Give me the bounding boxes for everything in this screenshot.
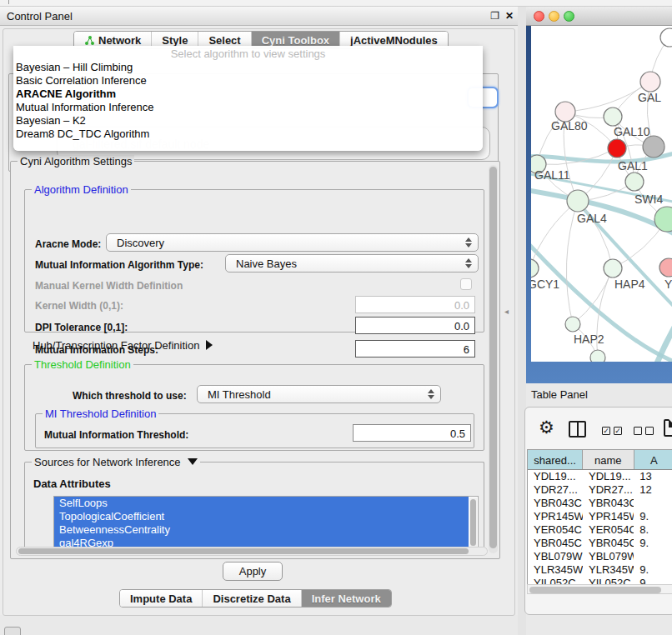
tab-infer-network[interactable]: Infer Network	[302, 590, 391, 607]
network-node-label: GAL	[638, 91, 661, 104]
minimized-panel-icon[interactable]	[4, 627, 21, 635]
cyni-bottom-tabs: Impute Data Discretize Data Infer Networ…	[119, 589, 392, 608]
network-node-label: GAL10	[614, 125, 650, 138]
network-node[interactable]	[531, 259, 539, 278]
checked-checkbox-icon[interactable]: ✓	[602, 427, 610, 435]
kernel-width-field[interactable]: 0.0	[355, 296, 475, 313]
network-node[interactable]	[659, 258, 672, 277]
table-header: shared... name A	[528, 450, 672, 470]
dropdown-item[interactable]: Basic Correlation Inference	[13, 74, 483, 88]
attribute-item-selected[interactable]: TopologicalCoefficient	[54, 510, 469, 523]
table-row[interactable]: YLR345WYLR345W9.	[528, 563, 672, 577]
document-icon[interactable]	[664, 419, 672, 437]
table-row[interactable]: YDR27...YDR27...12	[528, 483, 672, 497]
kernel-width-label: Kernel Width (0,1):	[35, 300, 123, 312]
which-threshold-combo[interactable]: MI Threshold	[197, 385, 441, 403]
splitter-grip-icon[interactable]: ◂	[504, 307, 509, 316]
table-h-scrollbar[interactable]	[527, 584, 672, 594]
column-header-shared-name[interactable]: shared...	[528, 450, 583, 469]
table-row[interactable]: YER054CYER054C8.	[528, 523, 672, 537]
unchecked-checkbox-icon[interactable]	[645, 427, 654, 435]
mi-algorithm-type-combo[interactable]: Naive Bayes	[225, 254, 479, 272]
threshold-definition-group: Threshold Definition Which threshold to …	[24, 364, 484, 451]
cyni-settings-group: Cyni Algorithm Settings Algorithm Defini…	[10, 161, 500, 559]
aracne-mode-combo[interactable]: Discovery	[106, 233, 479, 252]
network-node[interactable]	[604, 108, 622, 126]
network-node[interactable]	[654, 207, 672, 232]
table-cell: YBR043C	[528, 497, 583, 510]
tab-impute-data[interactable]: Impute Data	[120, 590, 203, 607]
table-cell: YBL079W	[528, 550, 583, 563]
column-header-name[interactable]: name	[583, 450, 634, 469]
settings-h-scrollbar[interactable]	[16, 547, 488, 556]
mi-threshold-label: Mutual Information Threshold:	[44, 429, 188, 441]
checked-checkbox-icon[interactable]: ✓	[614, 427, 622, 435]
split-columns-icon[interactable]	[569, 421, 586, 438]
mi-steps-field[interactable]: 6	[355, 340, 475, 358]
attribute-item-selected[interactable]: SelfLoops	[54, 497, 469, 510]
unchecked-checkbox-icon[interactable]	[634, 427, 642, 435]
network-node[interactable]	[604, 259, 622, 278]
table-cell: 8.	[634, 523, 672, 537]
settings-group-title: Cyni Algorithm Settings	[18, 155, 134, 168]
close-panel-icon[interactable]: ✕	[505, 10, 514, 22]
mi-threshold-field[interactable]: 0.5	[353, 424, 471, 442]
table-cell: YBR045C	[583, 537, 634, 550]
which-threshold-label: Which threshold to use:	[73, 390, 187, 402]
control-panel-header: Control Panel ❐ ✕	[0, 7, 518, 26]
network-node[interactable]	[590, 350, 605, 362]
attribute-item-selected[interactable]: BetweennessCentrality	[54, 523, 469, 537]
gear-icon[interactable]: ⚙	[539, 419, 554, 436]
expanded-arrow-icon	[188, 458, 198, 465]
network-node-label: SWI4	[634, 192, 663, 206]
table-row[interactable]: YPR145WYPR145W9.	[528, 510, 672, 523]
dropdown-item[interactable]: Dream8 DC_TDC Algorithm	[13, 128, 483, 141]
table-row[interactable]: YBR045CYBR045C9.	[528, 537, 672, 550]
collapsed-arrow-icon	[206, 340, 213, 350]
table-cell: YDR27...	[583, 483, 634, 497]
table-cell: YLR345W	[528, 563, 583, 577]
tab-discretize-data[interactable]: Discretize Data	[203, 590, 301, 607]
dpi-tolerance-field[interactable]: 0.0	[355, 317, 475, 334]
manual-kernel-checkbox[interactable]	[460, 278, 472, 290]
column-header-partial[interactable]: A	[634, 450, 672, 469]
network-node[interactable]	[640, 72, 660, 92]
network-graph: GALGAL80GAL10GAL1SWI4GAL11GAL4GCY1HAP4YH…	[531, 26, 672, 362]
table-row[interactable]: YBL079WYBL079W	[528, 550, 672, 563]
network-node[interactable]	[565, 317, 580, 332]
zoom-window-button[interactable]	[564, 11, 574, 22]
manual-kernel-label: Manual Kernel Width Definition	[35, 280, 183, 292]
table-cell: YDR27...	[528, 483, 583, 497]
dropdown-item[interactable]: Mutual Information Inference	[13, 101, 483, 114]
dropdown-item-selected[interactable]: ARACNE Algorithm	[13, 88, 483, 101]
network-node[interactable]	[625, 172, 644, 191]
network-window-titlebar[interactable]	[526, 7, 672, 26]
attributes-scrollbar[interactable]	[469, 498, 477, 549]
network-node[interactable]	[567, 190, 589, 212]
table-body: YDL19...YDL19...13YDR27...YDR27...12YBR0…	[528, 470, 672, 587]
float-panel-icon[interactable]: ❐	[490, 10, 499, 22]
dropdown-item[interactable]: Bayesian – K2	[13, 114, 483, 128]
apply-button[interactable]: Apply	[223, 562, 283, 581]
network-node[interactable]	[643, 136, 664, 158]
hub-definition-toggle[interactable]: Hub/Transcription Factor Definition	[33, 339, 213, 352]
network-node[interactable]	[660, 28, 672, 47]
table-row[interactable]: YDL19...YDL19...13	[528, 470, 672, 483]
table-cell: YPR145W	[583, 510, 634, 523]
tab-network-label: Network	[98, 34, 141, 47]
network-node-label: GCY1	[531, 278, 559, 291]
dropdown-item[interactable]: Bayesian – Hill Climbing	[13, 61, 483, 74]
network-icon	[84, 35, 95, 46]
close-window-button[interactable]	[534, 11, 544, 22]
network-canvas[interactable]: GALGAL80GAL10GAL1SWI4GAL11GAL4GCY1HAP4YH…	[531, 26, 672, 362]
table-row[interactable]: YBR043CYBR043C	[528, 497, 672, 510]
minimize-window-button[interactable]	[549, 11, 559, 22]
settings-scrollbar[interactable]	[489, 165, 498, 553]
table-cell	[634, 497, 672, 510]
network-node[interactable]	[608, 139, 626, 158]
sources-group-title[interactable]: Sources for Network Inference	[32, 456, 200, 468]
table-cell: 9.	[634, 510, 672, 523]
table-cell: YBR045C	[528, 537, 583, 550]
data-attributes-list[interactable]: SelfLoops TopologicalCoefficient Between…	[53, 496, 479, 549]
sources-group: Sources for Network Inference Data Attri…	[24, 462, 484, 549]
